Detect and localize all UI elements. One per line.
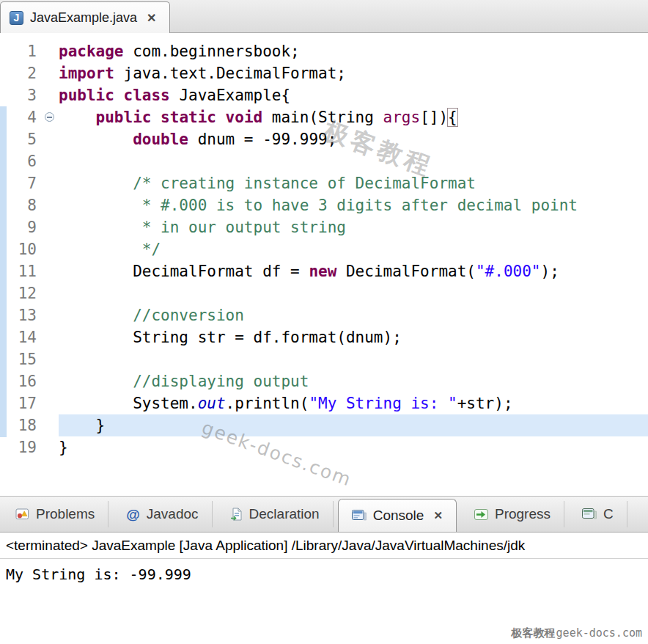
code-segment <box>151 109 161 126</box>
code-line: 7 /* creating instance of DecimalFormat <box>0 172 648 194</box>
code-text[interactable]: import java.text.DecimalFormat; <box>59 62 648 84</box>
code-segment <box>114 87 124 104</box>
code-segment: public <box>96 109 152 126</box>
editor-tab-javaexample[interactable]: J JavaExample.java ✕ <box>0 1 170 33</box>
code-line: 4 public static void main(String args[])… <box>0 106 648 128</box>
line-number: 9 <box>7 216 43 238</box>
code-segment: * in our output string <box>59 219 346 236</box>
code-text[interactable]: } <box>59 414 648 436</box>
fold-column <box>43 150 59 172</box>
line-number: 6 <box>7 150 43 172</box>
code-segment: []) <box>420 109 448 126</box>
code-text[interactable]: package com.beginnersbook; <box>59 40 648 62</box>
tab-label: C <box>603 506 614 522</box>
code-text[interactable] <box>59 348 648 370</box>
code-segment: /* creating instance of DecimalFormat <box>133 175 476 192</box>
code-text[interactable]: } <box>59 436 648 458</box>
view-tab-bar: Problems@JavadocDeclarationConsole✕Progr… <box>0 496 648 533</box>
code-editor[interactable]: 1package com.beginnersbook;2import java.… <box>0 33 648 496</box>
code-text[interactable]: * in our output string <box>59 216 648 238</box>
code-line: 3public class JavaExample{ <box>0 84 648 106</box>
fold-column <box>43 326 59 348</box>
code-text[interactable]: /* creating instance of DecimalFormat <box>59 172 648 194</box>
fold-column <box>43 238 59 260</box>
javadoc-icon: @ <box>126 508 140 522</box>
tab-label: Progress <box>495 506 551 522</box>
line-number: 13 <box>7 304 43 326</box>
fold-column <box>43 282 59 304</box>
tab-javadoc[interactable]: @Javadoc <box>113 501 212 527</box>
code-line: 18 } <box>0 414 648 436</box>
code-segment: import <box>59 65 114 82</box>
code-segment <box>59 373 133 390</box>
code-text[interactable] <box>59 282 648 304</box>
close-icon[interactable]: ✕ <box>147 11 156 25</box>
code-segment: * #.000 is to have 3 digits after decima… <box>59 197 578 214</box>
code-segment: +str); <box>457 395 513 412</box>
fold-column <box>43 370 59 392</box>
code-text[interactable] <box>59 150 648 172</box>
fold-column <box>43 216 59 238</box>
fold-column <box>43 414 59 436</box>
code-text[interactable]: DecimalFormat df = new DecimalFormat("#.… <box>59 260 648 282</box>
footer-watermark-cn: 极客教程 <box>512 626 556 639</box>
code-segment <box>59 307 133 324</box>
code-line: 14 String str = df.format(dnum); <box>0 326 648 348</box>
code-line: 13 //conversion <box>0 304 648 326</box>
code-segment: dnum = -99.999; <box>188 131 336 148</box>
line-number: 7 <box>7 172 43 194</box>
code-segment: DecimalFormat( <box>336 263 476 280</box>
code-segment: JavaExample{ <box>170 87 290 104</box>
fold-column <box>43 172 59 194</box>
code-line: 16 //displaying output <box>0 370 648 392</box>
code-text[interactable]: */ <box>59 238 648 260</box>
line-number: 17 <box>7 392 43 414</box>
fold-column <box>43 62 59 84</box>
code-text[interactable]: public static void main(String args[]){ <box>59 106 648 128</box>
code-text[interactable]: System.out.println("My String is: "+str)… <box>59 392 648 414</box>
code-line: 15 <box>0 348 648 370</box>
code-segment: main(String <box>262 109 383 126</box>
code-line: 8 * #.000 is to have 3 digits after deci… <box>0 194 648 216</box>
code-text[interactable]: double dnum = -99.999; <box>59 128 648 150</box>
problems-icon <box>15 508 29 520</box>
code-segment <box>59 175 133 192</box>
code-text[interactable]: * #.000 is to have 3 digits after decima… <box>59 194 648 216</box>
code-text[interactable]: //displaying output <box>59 370 648 392</box>
code-text[interactable]: String str = df.format(dnum); <box>59 326 648 348</box>
tab-label: Console <box>373 508 424 524</box>
line-number: 1 <box>7 40 43 62</box>
tab-console[interactable]: Console✕ <box>338 499 457 532</box>
code-line: 6 <box>0 150 648 172</box>
line-number: 2 <box>7 62 43 84</box>
code-segment: ); <box>540 263 559 280</box>
code-line: 17 System.out.println("My String is: "+s… <box>0 392 648 414</box>
code-segment: //displaying output <box>133 373 309 390</box>
tab-problems[interactable]: Problems <box>2 501 108 527</box>
fold-column <box>43 436 59 458</box>
console-header: <terminated> JavaExample [Java Applicati… <box>0 533 648 559</box>
code-segment: package <box>59 43 124 60</box>
tab-c[interactable]: C <box>569 501 627 527</box>
footer-watermark: 极客教程geek-docs.com <box>512 626 642 640</box>
code-lines: 1package com.beginnersbook;2import java.… <box>0 33 648 458</box>
code-segment: double <box>133 131 188 148</box>
fold-minus-icon[interactable] <box>45 112 54 122</box>
code-text[interactable]: //conversion <box>59 304 648 326</box>
code-segment: String str = df.format(dnum); <box>59 329 402 346</box>
line-number: 8 <box>7 194 43 216</box>
code-segment: "My String is: " <box>309 395 457 412</box>
code-text[interactable]: public class JavaExample{ <box>59 84 648 106</box>
fold-column <box>43 348 59 370</box>
line-number: 12 <box>7 282 43 304</box>
code-line: 19} <box>0 436 648 458</box>
close-icon[interactable]: ✕ <box>433 509 443 522</box>
code-line: 10 */ <box>0 238 648 260</box>
tab-progress[interactable]: Progress <box>461 501 564 527</box>
fold-column <box>43 194 59 216</box>
tab-declaration[interactable]: Declaration <box>217 501 334 527</box>
code-segment: public <box>59 87 114 104</box>
line-number: 16 <box>7 370 43 392</box>
tab-label: Declaration <box>249 506 320 522</box>
fold-column <box>43 392 59 414</box>
